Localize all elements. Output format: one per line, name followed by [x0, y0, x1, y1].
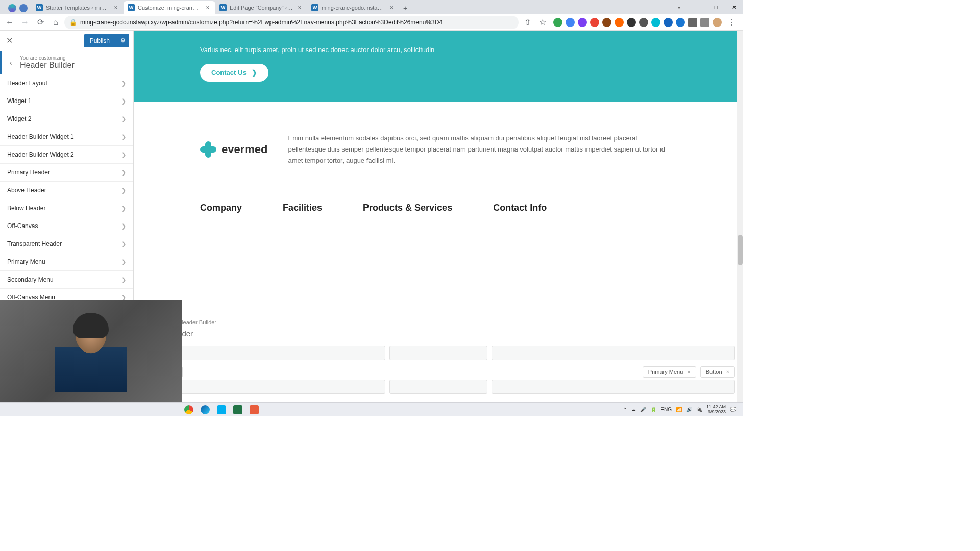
wordpress-favicon: W: [219, 4, 227, 11]
side-panel-icon[interactable]: [700, 18, 709, 27]
extensions-icon[interactable]: [688, 18, 697, 27]
remove-widget-icon[interactable]: ×: [687, 369, 690, 375]
slot-below-center[interactable]: [389, 380, 487, 394]
tray-mic-icon[interactable]: 🎤: [640, 407, 646, 412]
control-transparent-header[interactable]: Transparent Header❯: [0, 235, 133, 253]
tab-bar: W Starter Templates ‹ ming-c × W Customi…: [0, 0, 743, 14]
tab-site[interactable]: W ming-crane-godo.instawp.xyz ×: [307, 1, 399, 14]
tab-close-icon[interactable]: ×: [204, 4, 211, 11]
ext-icon-2[interactable]: [566, 18, 575, 27]
widget-label: Primary Menu: [648, 369, 683, 375]
tab-close-icon[interactable]: ×: [388, 4, 395, 11]
preview-scrollbar[interactable]: [737, 31, 743, 402]
header-slots: e & Logo × Primary Menu × Button ×: [134, 342, 743, 402]
ext-icon-3[interactable]: [578, 18, 587, 27]
slot-primary-right[interactable]: Primary Menu × Button ×: [643, 366, 735, 378]
control-primary-menu[interactable]: Primary Menu❯: [0, 253, 133, 271]
tab-customize[interactable]: W Customize: ming-crane-godo.in ×: [124, 1, 215, 14]
scrollbar-thumb[interactable]: [738, 235, 743, 265]
footer-col-company: Company: [200, 203, 242, 213]
widget-label: Button: [706, 369, 722, 375]
ext-icon-4[interactable]: [590, 18, 599, 27]
ext-icon-8[interactable]: [639, 18, 648, 27]
tab-starter-templates[interactable]: W Starter Templates ‹ ming-c ×: [32, 1, 124, 14]
widget-button[interactable]: Button ×: [700, 366, 735, 378]
new-tab-button[interactable]: +: [399, 2, 411, 14]
contact-us-button[interactable]: Contact Us ❯: [200, 64, 268, 82]
forward-button[interactable]: →: [18, 16, 32, 29]
control-label: Secondary Menu: [7, 276, 54, 283]
tab-edit-page[interactable]: W Edit Page "Company" ‹ ming-cr ×: [215, 1, 307, 14]
tray-battery-icon[interactable]: 🔋: [650, 407, 656, 412]
chevron-right-icon: ❯: [121, 187, 126, 194]
profile-avatar[interactable]: [713, 18, 722, 27]
ext-icon-10[interactable]: [664, 18, 673, 27]
chrome-dropdown-icon[interactable]: ▾: [670, 0, 688, 14]
maximize-button[interactable]: □: [706, 0, 725, 14]
system-clock[interactable]: 11:42 AM 9/9/2023: [706, 405, 726, 415]
ext-icon-6[interactable]: [615, 18, 624, 27]
close-window-button[interactable]: ✕: [725, 0, 743, 14]
wordpress-favicon: W: [311, 4, 318, 11]
app-icon-1[interactable]: [8, 4, 16, 12]
slot-above-right[interactable]: [492, 346, 735, 360]
ext-icon-11[interactable]: [676, 18, 685, 27]
tab-close-icon[interactable]: ×: [296, 4, 303, 11]
minimize-button[interactable]: —: [688, 0, 706, 14]
share-icon[interactable]: ⇧: [521, 16, 534, 29]
site-logo[interactable]: evermed: [200, 141, 268, 158]
control-header-layout[interactable]: Header Layout❯: [0, 74, 133, 92]
notifications-icon[interactable]: 💬: [730, 407, 736, 412]
taskbar-skype-icon[interactable]: [214, 404, 229, 416]
home-button[interactable]: ⌂: [49, 16, 62, 29]
tray-volume-icon[interactable]: 🔊: [686, 407, 692, 412]
close-customizer-button[interactable]: ✕: [0, 31, 19, 51]
back-arrow-button[interactable]: ‹: [2, 59, 20, 67]
reload-button[interactable]: ⟳: [34, 16, 47, 29]
language-indicator[interactable]: ENG: [660, 407, 672, 412]
tray-cloud-icon[interactable]: ☁: [631, 407, 636, 412]
chevron-right-icon: ❯: [252, 69, 257, 77]
control-below-header[interactable]: Below Header❯: [0, 199, 133, 217]
tray-wifi-icon[interactable]: 📶: [676, 407, 682, 412]
publish-button[interactable]: Publish: [84, 34, 116, 47]
logo-mark-icon: [200, 141, 216, 158]
control-label: Header Layout: [7, 80, 47, 87]
above-header-row: [142, 346, 735, 360]
control-widget-2[interactable]: Widget 2❯: [0, 110, 133, 128]
control-hb-widget-1[interactable]: Header Builder Widget 1❯: [0, 128, 133, 146]
control-hb-widget-2[interactable]: Header Builder Widget 2❯: [0, 146, 133, 164]
widget-primary-menu[interactable]: Primary Menu ×: [643, 366, 696, 378]
back-button[interactable]: ←: [3, 16, 16, 29]
app-icon-2[interactable]: [19, 4, 28, 12]
slot-below-right[interactable]: [492, 380, 735, 394]
remove-widget-icon[interactable]: ×: [726, 369, 729, 375]
control-label: Header Builder Widget 1: [7, 133, 74, 140]
taskbar-excel-icon[interactable]: [231, 404, 245, 416]
panel-title: Header Builder: [134, 329, 743, 342]
ext-icon-7[interactable]: [627, 18, 636, 27]
control-above-header[interactable]: Above Header❯: [0, 182, 133, 199]
taskbar-edge-icon[interactable]: [198, 404, 212, 416]
tray-chevron-icon[interactable]: ⌃: [623, 407, 627, 412]
slot-above-center[interactable]: [389, 346, 487, 360]
taskbar-app-icon[interactable]: [247, 404, 261, 416]
control-off-canvas[interactable]: Off-Canvas❯: [0, 217, 133, 235]
menu-icon[interactable]: ⋮: [725, 16, 738, 29]
tray-power-icon[interactable]: 🔌: [696, 407, 702, 412]
presenter-video: [55, 310, 127, 392]
hero-section: Varius nec, elit turpis amet, proin ut s…: [134, 31, 743, 102]
control-widget-1[interactable]: Widget 1❯: [0, 92, 133, 110]
tab-close-icon[interactable]: ×: [112, 4, 119, 11]
control-secondary-menu[interactable]: Secondary Menu❯: [0, 271, 133, 289]
button-label: Contact Us: [211, 69, 247, 77]
ext-icon-9[interactable]: [651, 18, 660, 27]
address-bar[interactable]: 🔒 ming-crane-godo.instawp.xyz/wp-admin/c…: [64, 16, 519, 29]
control-primary-header[interactable]: Primary Header❯: [0, 164, 133, 182]
bookmark-star-icon[interactable]: ☆: [536, 16, 549, 29]
ext-icon-5[interactable]: [602, 18, 611, 27]
webcam-overlay: [0, 300, 182, 402]
taskbar-chrome-icon[interactable]: [182, 404, 196, 416]
publish-settings-button[interactable]: ⚙: [116, 34, 129, 47]
ext-icon-1[interactable]: [553, 18, 562, 27]
